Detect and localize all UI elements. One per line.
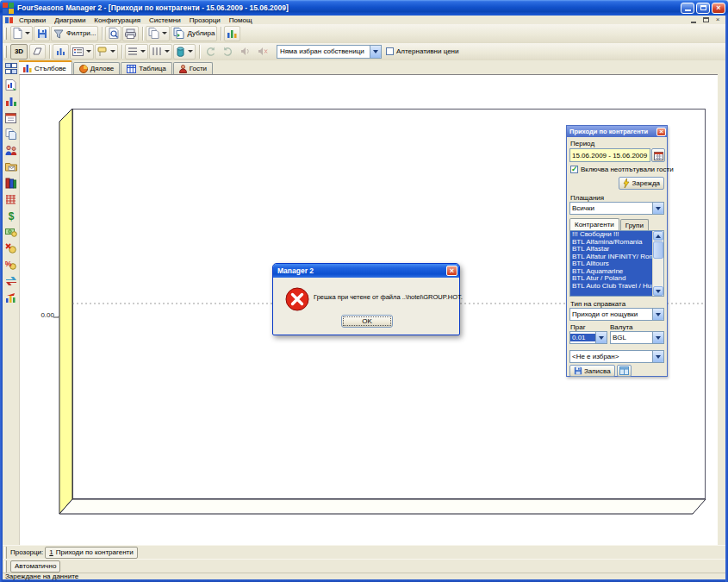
tab-contractors[interactable]: Контрагенти [569, 218, 619, 230]
report-icon [5, 79, 17, 91]
owner-template-select[interactable]: <Не е избран> [569, 350, 664, 363]
mdi-restore-button[interactable] [701, 16, 710, 24]
bar-series-button[interactable] [53, 44, 69, 59]
list-item[interactable]: !!! Свободни !!! [570, 231, 653, 239]
list-item[interactable]: BTL Alfamina/Romania [570, 239, 653, 247]
contractors-listbox[interactable]: !!! Свободни !!! BTL Alfamina/Romania BT… [569, 230, 664, 297]
list-item[interactable]: BTL Alfastar [570, 246, 653, 253]
menu-pomosht[interactable]: Помощ [225, 16, 257, 24]
combo-dropdown-button[interactable] [652, 332, 663, 343]
books-button[interactable] [3, 176, 18, 190]
svg-text:%: % [5, 260, 12, 268]
threshold-select[interactable]: 0.01 [569, 331, 607, 344]
list-item[interactable]: BTL Alfatur INFINITY/ Romani [570, 253, 653, 261]
print-preview-button[interactable] [105, 26, 121, 41]
panel-close-button[interactable]: × [656, 128, 666, 136]
menu-diagrami[interactable]: Диаграми [50, 16, 90, 24]
tile-windows-button[interactable] [3, 61, 18, 75]
red-grid-button[interactable] [3, 192, 18, 206]
report-button[interactable] [3, 78, 18, 91]
menu-sistemni[interactable]: Системни [145, 16, 185, 24]
discount-button[interactable]: % [3, 258, 18, 272]
grid-view-button[interactable] [617, 365, 632, 377]
combo-dropdown-button[interactable] [370, 46, 381, 58]
mdi-minimize-button[interactable] [689, 16, 698, 24]
list-item[interactable] [570, 290, 653, 297]
rotate-left-button[interactable] [202, 44, 219, 59]
chart-button[interactable] [224, 26, 240, 41]
tab-guests[interactable]: Гости [173, 62, 213, 74]
mdi-close-button[interactable]: × [713, 16, 722, 24]
copy-report-button[interactable] [3, 127, 18, 141]
vertical-grid-button[interactable] [149, 44, 172, 59]
restore-button[interactable] [696, 3, 710, 14]
alt-prices-checkbox[interactable] [386, 47, 394, 55]
menu-prozorci[interactable]: Прозорци [185, 16, 225, 24]
duplicate-button[interactable]: Дублира [171, 26, 217, 41]
sound-button[interactable] [237, 44, 253, 59]
marks-button[interactable] [95, 44, 118, 59]
automatic-button[interactable]: Автоматично [10, 560, 60, 573]
minimize-button[interactable] [681, 3, 694, 14]
list-item[interactable]: BTL Auto Club Travel / Hunga [570, 283, 653, 291]
folder-mail-button[interactable] [3, 160, 18, 173]
toolbar-grip[interactable] [4, 560, 7, 573]
rotate-right-button[interactable] [220, 44, 236, 59]
tab-columns[interactable]: Стълбове [17, 60, 72, 74]
currency-select[interactable]: BGL [610, 331, 664, 344]
scrollbar-thumb[interactable] [653, 241, 663, 259]
list-scrollbar[interactable] [652, 231, 663, 296]
legend-button[interactable] [70, 44, 94, 59]
new-report-button[interactable] [10, 26, 33, 41]
money-button[interactable] [3, 225, 18, 239]
perspective-button[interactable] [29, 44, 46, 59]
load-button[interactable]: Зарежда [619, 177, 664, 190]
sound-muted-button[interactable] [254, 44, 271, 59]
marks-icon [97, 47, 108, 57]
list-item[interactable]: BTL Aquamarine [570, 268, 653, 276]
combo-dropdown-button[interactable] [652, 351, 663, 362]
tab-pie[interactable]: Дялове [73, 62, 121, 74]
toolbar-grip[interactable] [4, 46, 7, 58]
guests-list-button[interactable] [3, 143, 18, 157]
tab-groups[interactable]: Групи [620, 219, 649, 230]
revenue-chart-button[interactable] [3, 291, 18, 304]
save-button[interactable] [34, 26, 50, 41]
menu-spravki[interactable]: Справки [15, 16, 50, 24]
series-style-button[interactable] [173, 44, 196, 59]
menu-konfiguracia[interactable]: Конфигурация [90, 16, 145, 24]
combo-dropdown-button[interactable] [652, 309, 663, 320]
period-input[interactable] [569, 148, 650, 162]
combo-dropdown-button[interactable] [652, 203, 663, 214]
owner-select[interactable]: Няма избран собственици [277, 45, 382, 59]
exchange-button[interactable] [3, 274, 18, 288]
list-item[interactable]: BTL Alltours [570, 260, 653, 268]
toolbar-grip[interactable] [4, 28, 7, 40]
scroll-down-button[interactable] [653, 286, 663, 296]
payments-select[interactable]: Всички [569, 202, 664, 215]
void-payment-button[interactable] [3, 241, 18, 255]
calendar-button[interactable] [651, 148, 665, 162]
include-guests-checkbox[interactable] [570, 166, 578, 173]
filters-button[interactable]: Филтри... [51, 26, 98, 41]
calendar-button[interactable] [3, 110, 18, 124]
dialog-close-button[interactable]: × [446, 266, 457, 276]
save-template-button[interactable]: Записва [569, 365, 615, 377]
chevron-down-icon [656, 207, 661, 213]
print-button[interactable] [122, 26, 139, 41]
combo-dropdown-button[interactable] [595, 332, 607, 343]
tab-table[interactable]: Таблица [121, 62, 171, 74]
horizontal-grid-button[interactable] [125, 44, 148, 59]
report-type-select[interactable]: Приходи от нощувки [569, 308, 664, 321]
colored-chart-button[interactable] [3, 94, 18, 108]
ok-button[interactable]: OK [341, 315, 393, 328]
close-button[interactable]: × [712, 3, 725, 14]
auto-bar: Автоматично [3, 559, 725, 573]
threed-toggle-button[interactable]: 3D [10, 44, 28, 59]
open-window-button[interactable]: 1 Приходи по контрагенти [45, 547, 137, 559]
copy-button[interactable] [146, 26, 170, 41]
scroll-up-button[interactable] [653, 231, 663, 241]
list-item[interactable]: BTL Atur / Poland [570, 275, 653, 283]
dollar-button[interactable]: $ [3, 209, 18, 222]
toolbar-grip[interactable] [4, 547, 7, 559]
